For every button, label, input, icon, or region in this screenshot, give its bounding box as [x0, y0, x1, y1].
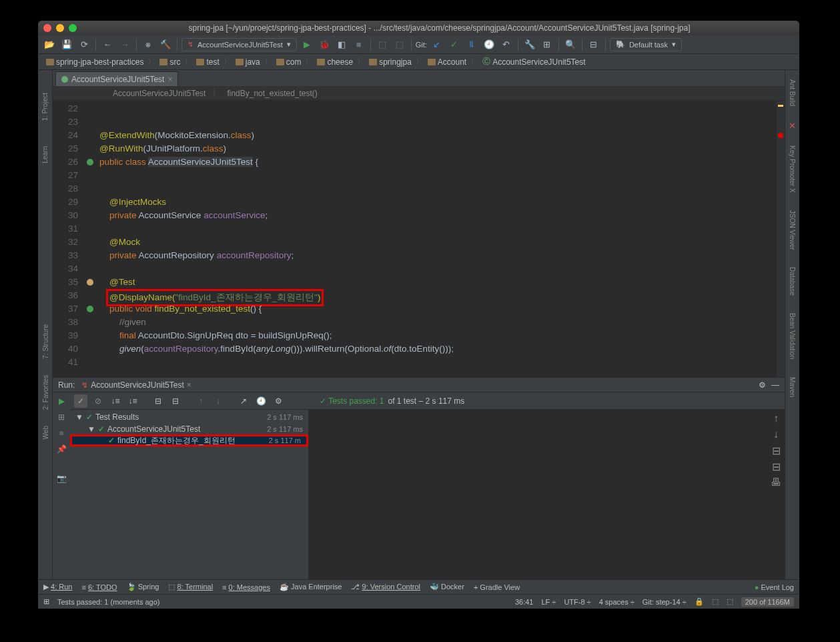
event-log-button[interactable]: ● Event Log — [755, 583, 794, 591]
indent[interactable]: 4 spaces ÷ — [599, 598, 635, 606]
up-icon[interactable]: ↑ — [770, 412, 782, 424]
rail-beanvalidation[interactable]: Bean Validation — [789, 310, 796, 362]
stop-icon[interactable]: ■ — [352, 37, 366, 52]
tree-row-class[interactable]: ▼✓ AccountServiceJUnit5Test 2 s 117 ms — [70, 423, 308, 435]
maximize-icon[interactable] — [69, 24, 77, 32]
gradle-tool-button[interactable]: + Gradle View — [474, 583, 520, 591]
forward-icon[interactable]: → — [117, 37, 132, 52]
git-compare-icon[interactable]: ⥮ — [464, 37, 479, 52]
down-icon[interactable]: ↓ — [770, 428, 782, 440]
run-tab-label[interactable]: AccountServiceJUnit5Test — [91, 380, 183, 390]
up-icon[interactable]: ↑ — [194, 394, 207, 408]
test-output[interactable]: ↑ ↓ ⊟ ⊟ 🖶 — [309, 410, 785, 579]
rail-web[interactable]: Web — [42, 426, 49, 439]
line-ending[interactable]: LF ÷ — [541, 598, 556, 606]
messages-tool-button[interactable]: ≡ 0: Messages — [222, 583, 270, 591]
tree-row-test[interactable]: ✓ findById_존재하는경우_회원리턴 2 s 117 m — [70, 434, 308, 446]
debug-icon[interactable]: 🐞 — [317, 37, 332, 52]
spring-tool-button[interactable]: 🍃 Spring — [127, 583, 159, 591]
close-tab-icon[interactable]: × — [187, 380, 191, 390]
disabled-icon[interactable]: ⊘ — [91, 394, 105, 408]
breadcrumb-item[interactable]: test — [193, 57, 222, 67]
down-icon[interactable]: ↓ — [212, 394, 225, 408]
run-gutter-icon[interactable] — [87, 159, 93, 166]
editor-tab[interactable]: AccountServiceJUnit5Test × — [55, 71, 178, 86]
stop-icon[interactable]: ■ — [55, 427, 67, 439]
rerun-icon[interactable]: ▶ — [55, 395, 67, 407]
inspect-icon[interactable]: ⬚ — [712, 597, 719, 606]
git-branch[interactable]: Git: step-14 ÷ — [643, 598, 687, 606]
breadcrumb-item[interactable]: java — [233, 57, 263, 67]
tree-row-root[interactable]: ▼✓ Test Results 2 s 117 ms — [70, 411, 308, 423]
export-icon[interactable]: ↗ — [237, 394, 250, 408]
hammer-icon[interactable]: 🔨 — [158, 37, 173, 52]
encoding[interactable]: UTF-8 ÷ — [564, 598, 590, 606]
breakpoint-icon[interactable] — [87, 279, 93, 286]
nav-class[interactable]: AccountServiceJUnit5Test — [113, 89, 205, 98]
java-ee-tool-button[interactable]: ☕ Java Enterprise — [280, 583, 342, 591]
breadcrumb-item[interactable]: spring-jpa-best-practices — [43, 57, 146, 67]
terminal-tool-button[interactable]: ⬚ 8: Terminal — [168, 583, 213, 591]
profile-icon[interactable]: ⬚ — [375, 37, 390, 52]
rail-project[interactable]: 1: Project — [41, 90, 49, 123]
vcs-tool-button[interactable]: ⎇ 9: Version Control — [351, 583, 420, 591]
run-icon[interactable]: ▶ — [300, 37, 314, 52]
nav-method[interactable]: findBy_not_existed_test() — [227, 89, 317, 98]
attach-icon[interactable]: ⬚ — [392, 37, 407, 52]
expand-icon[interactable]: ⊟ — [151, 394, 165, 408]
back-icon[interactable]: ← — [100, 37, 115, 52]
memory-indicator[interactable]: 200 of 1166M — [741, 597, 794, 607]
minimize-icon[interactable] — [56, 24, 64, 32]
rail-jsonviewer[interactable]: JSON Viewer — [789, 208, 796, 253]
git-revert-icon[interactable]: ↶ — [499, 37, 514, 52]
breadcrumb-item[interactable]: ⒸAccountServiceJUnit5Test — [480, 56, 588, 67]
rail-learn[interactable]: Learn — [41, 143, 49, 166]
sort-icon[interactable]: ↓≡ — [126, 394, 139, 408]
caret-position[interactable]: 36:41 — [515, 598, 534, 606]
breadcrumb-item[interactable]: src — [157, 57, 183, 67]
breadcrumb-item[interactable]: cheese — [314, 57, 356, 67]
rail-keypromoter[interactable]: Key Promoter X — [789, 143, 796, 196]
print-icon[interactable]: 🖶 — [770, 476, 782, 489]
run-gutter-icon[interactable] — [87, 306, 93, 312]
wrap-icon[interactable]: ⊟ — [770, 444, 782, 456]
open-icon[interactable]: 📂 — [42, 37, 57, 52]
toggle-icon[interactable]: ⊞ — [55, 411, 67, 423]
docker-tool-button[interactable]: 🐳 Docker — [430, 583, 464, 591]
sort-icon[interactable]: ↓≡ — [109, 394, 122, 408]
rail-database[interactable]: Database — [789, 264, 796, 298]
run-config-select[interactable]: ↯ AccountServiceJUnit5Test ▾ — [181, 38, 297, 51]
editor-stripe[interactable] — [777, 101, 785, 377]
todo-tool-button[interactable]: ≡ 6: TODO — [81, 583, 117, 591]
breadcrumb-item[interactable]: springjpa — [366, 57, 414, 67]
scroll-icon[interactable]: ⊟ — [770, 460, 782, 472]
git-commit-icon[interactable]: ✓ — [447, 37, 462, 52]
layout-icon[interactable]: ⊟ — [586, 37, 601, 52]
gear-icon[interactable]: ⚙ — [272, 394, 285, 408]
run-tool-button[interactable]: ▶ 4: Run — [43, 583, 72, 591]
error-stripe-icon[interactable] — [778, 133, 783, 138]
test-tree[interactable]: ▼✓ Test Results 2 s 117 ms ▼✓ AccountSer… — [70, 410, 309, 579]
pin-icon[interactable]: 📌 — [55, 443, 67, 455]
coverage-icon[interactable]: ◧ — [334, 37, 349, 52]
check-icon[interactable]: ✓ — [74, 394, 87, 408]
breadcrumb-item[interactable]: com — [274, 57, 304, 67]
code-editor[interactable]: 2223242526272829303132333435363738394041… — [53, 101, 785, 377]
structure-icon[interactable]: ⊞ — [540, 37, 554, 52]
minimize-panel-icon[interactable]: — — [771, 380, 779, 390]
tool-windows-icon[interactable]: ⊞ — [43, 597, 49, 606]
save-icon[interactable]: 💾 — [59, 37, 74, 52]
rail-ant[interactable]: Ant Build — [789, 77, 796, 109]
camera-icon[interactable]: 📷 — [55, 472, 67, 485]
close-icon[interactable]: ✕ — [789, 121, 796, 131]
close-tab-icon[interactable]: × — [167, 75, 172, 84]
breadcrumb-item[interactable]: Account — [425, 57, 469, 67]
rail-maven[interactable]: Maven — [789, 374, 796, 400]
git-history-icon[interactable]: 🕘 — [482, 37, 496, 52]
lock-icon[interactable]: 🔒 — [695, 597, 704, 606]
rail-structure[interactable]: 7: Structure — [42, 324, 49, 359]
collapse-icon[interactable]: ⊟ — [169, 394, 182, 408]
gear-icon[interactable]: ⚙ — [759, 380, 766, 390]
git-update-icon[interactable]: ↙ — [430, 37, 444, 52]
settings-icon[interactable]: 🔧 — [522, 37, 537, 52]
